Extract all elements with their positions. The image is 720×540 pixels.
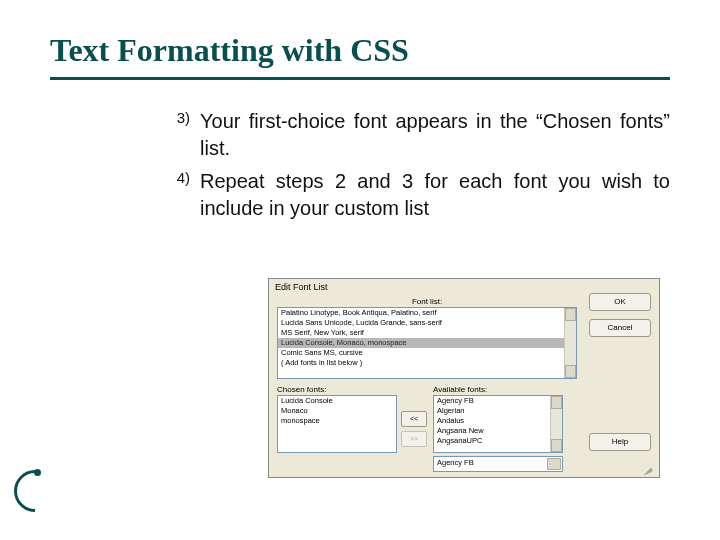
available-item[interactable]: Agency FB bbox=[434, 396, 562, 406]
available-column: Available fonts: Agency FB Algerian Anda… bbox=[433, 385, 563, 472]
step-item: 3) Your first-choice font appears in the… bbox=[160, 108, 670, 162]
available-label: Available fonts: bbox=[433, 385, 563, 394]
step-text: Repeat steps 2 and 3 for each font you w… bbox=[200, 170, 670, 219]
font-list-item[interactable]: MS Serif, New York, serif bbox=[278, 328, 576, 338]
font-list-item[interactable]: Palatino Linotype, Book Antiqua, Palatin… bbox=[278, 308, 576, 318]
font-list-item[interactable]: ( Add fonts in list below ) bbox=[278, 358, 576, 368]
resize-grip-icon[interactable] bbox=[643, 463, 653, 473]
step-number: 3) bbox=[160, 108, 190, 128]
cancel-button[interactable]: Cancel bbox=[589, 319, 651, 337]
ok-button[interactable]: OK bbox=[589, 293, 651, 311]
step-number: 4) bbox=[160, 168, 190, 188]
slide-title: Text Formatting with CSS bbox=[50, 32, 670, 80]
available-item[interactable]: Angsana New bbox=[434, 426, 562, 436]
available-item[interactable]: Algerian bbox=[434, 406, 562, 416]
scrollbar[interactable] bbox=[550, 396, 562, 452]
move-left-button[interactable]: << bbox=[401, 411, 427, 427]
decorative-arc-icon bbox=[14, 470, 56, 512]
available-item[interactable]: Andalus bbox=[434, 416, 562, 426]
slide: Text Formatting with CSS 3) Your first-c… bbox=[0, 0, 720, 540]
available-item[interactable]: AngsanaUPC bbox=[434, 436, 562, 446]
available-selected-text: Agency FB bbox=[437, 458, 474, 467]
available-selected-input[interactable]: Agency FB bbox=[433, 456, 563, 472]
font-list-item-selected[interactable]: Lucida Console, Monaco, monospace bbox=[278, 338, 576, 348]
content-area: 3) Your first-choice font appears in the… bbox=[50, 108, 670, 222]
chosen-fonts-list[interactable]: Lucida Console Monaco monospace bbox=[277, 395, 397, 453]
chosen-item[interactable]: Monaco bbox=[278, 406, 396, 416]
font-list[interactable]: Palatino Linotype, Book Antiqua, Palatin… bbox=[277, 307, 577, 379]
dialog-side-buttons: OK Cancel Help bbox=[589, 293, 651, 459]
chosen-item[interactable]: Lucida Console bbox=[278, 396, 396, 406]
help-button[interactable]: Help bbox=[589, 433, 651, 451]
chosen-label: Chosen fonts: bbox=[277, 385, 397, 394]
chosen-column: Chosen fonts: Lucida Console Monaco mono… bbox=[277, 385, 397, 472]
move-right-button[interactable]: >> bbox=[401, 431, 427, 447]
font-list-item[interactable]: Lucida Sans Unicode, Lucida Grande, sans… bbox=[278, 318, 576, 328]
font-list-item[interactable]: Comic Sans MS, cursive bbox=[278, 348, 576, 358]
step-text: Your first-choice font appears in the “C… bbox=[200, 110, 670, 159]
dialog-main: Font list: Palatino Linotype, Book Antiq… bbox=[277, 297, 577, 472]
fontlist-label: Font list: bbox=[277, 297, 577, 306]
edit-font-list-dialog: Edit Font List Font list: Palatino Linot… bbox=[268, 278, 660, 478]
decorative-dot-icon bbox=[34, 469, 41, 476]
scrollbar[interactable] bbox=[564, 308, 576, 378]
move-buttons: << >> bbox=[401, 385, 429, 472]
dialog-lower-row: Chosen fonts: Lucida Console Monaco mono… bbox=[277, 385, 577, 472]
available-fonts-list[interactable]: Agency FB Algerian Andalus Angsana New A… bbox=[433, 395, 563, 453]
step-list: 3) Your first-choice font appears in the… bbox=[160, 108, 670, 222]
step-item: 4) Repeat steps 2 and 3 for each font yo… bbox=[160, 168, 670, 222]
chosen-item[interactable]: monospace bbox=[278, 416, 396, 426]
